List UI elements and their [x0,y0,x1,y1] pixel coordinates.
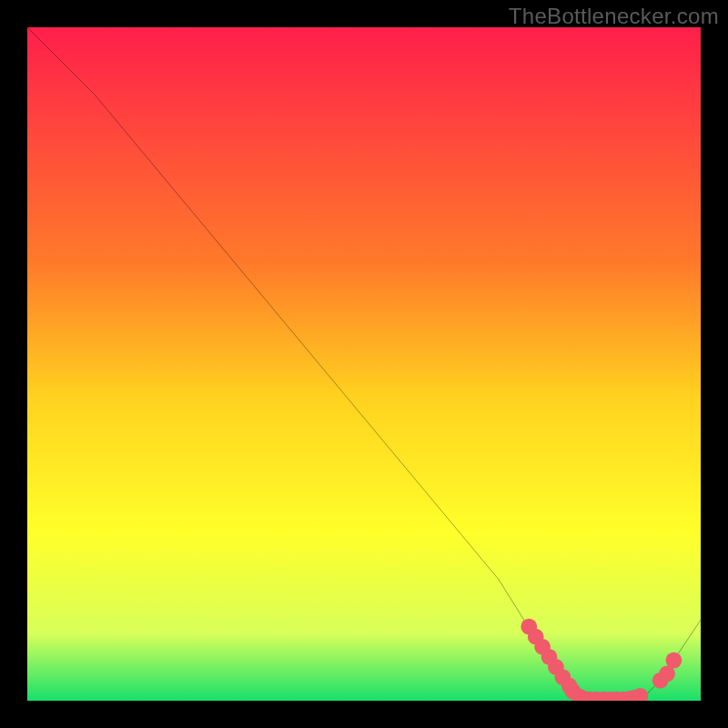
plot-area [27,27,701,701]
plot-svg [27,27,701,701]
gradient-background [27,27,701,701]
curve-marker [666,652,682,669]
chart-frame: TheBottlenecker.com [0,0,728,728]
watermark-text: TheBottlenecker.com [509,4,719,29]
